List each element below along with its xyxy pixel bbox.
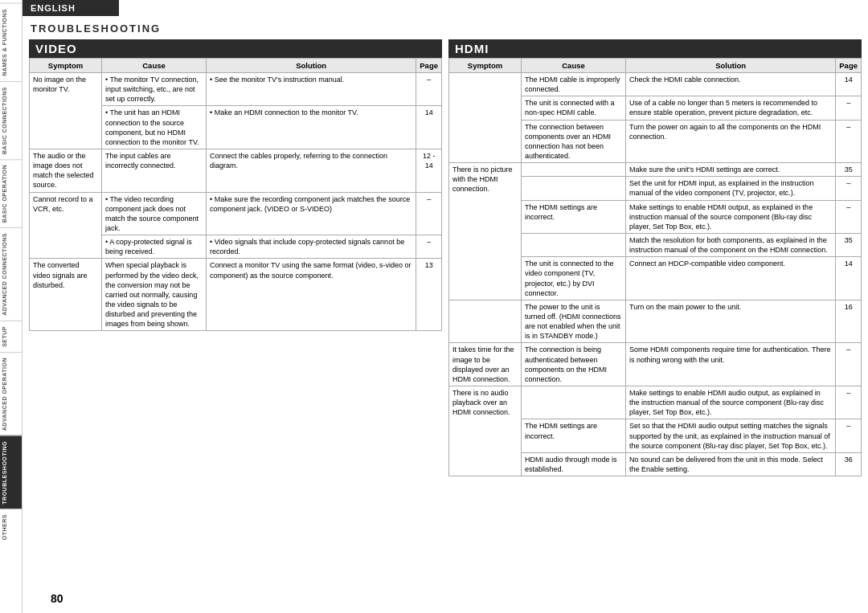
hdmi-cause-4 — [522, 163, 626, 177]
hdmi-solution-audio3: No sound can be delivered from the unit … — [626, 452, 836, 476]
video-cause-2: The input cables are incorrectly connect… — [102, 149, 207, 192]
hdmi-cause-time: The connection is being authenticated be… — [522, 343, 626, 386]
table-row: Cannot record to a VCR, etc. The video r… — [30, 192, 442, 235]
video-solution-3b: Video signals that include copy-protecte… — [207, 235, 416, 259]
hdmi-cause-5 — [522, 177, 626, 200]
hdmi-solution-2: Use of a cable no longer than 5 meters i… — [626, 96, 836, 120]
hdmi-header-solution: Solution — [626, 59, 836, 73]
hdmi-page-7: 35 — [836, 233, 862, 256]
hdmi-page-standby: 16 — [836, 300, 862, 343]
hdmi-symptom-time: It takes time for the image to be displa… — [449, 343, 522, 386]
video-page-1b: 14 — [416, 106, 442, 149]
hdmi-cause-6: The HDMI settings are incorrect. — [522, 200, 626, 233]
video-cause-1a: The monitor TV connection, input switchi… — [102, 73, 207, 106]
hdmi-solution-6: Make settings to enable HDMI output, as … — [626, 200, 836, 233]
hdmi-cause-audio3: HDMI audio through mode is established. — [522, 452, 626, 476]
hdmi-solution-audio1: Make settings to enable HDMI audio outpu… — [626, 386, 836, 419]
hdmi-solution-5: Set the unit for HDMI input, as explaine… — [626, 177, 836, 200]
video-section: VIDEO Symptom Cause Solution Page No — [29, 35, 442, 613]
sidebar: NAMES & FUNCTIONS BASIC CONNECTIONS BASI… — [0, 0, 23, 613]
hdmi-cause-standby: The power to the unit is turned off. (HD… — [522, 300, 626, 343]
hdmi-solution-1: Check the HDMI cable connection. — [626, 73, 836, 96]
main-content: ENGLISH TROUBLESHOOTING VIDEO Symptom Ca… — [23, 0, 868, 613]
hdmi-page-8: 14 — [836, 257, 862, 300]
hdmi-cause-audio1 — [522, 386, 626, 419]
hdmi-page-2: – — [836, 96, 862, 120]
hdmi-page-audio1: – — [836, 386, 862, 419]
video-table: Symptom Cause Solution Page No image on … — [29, 58, 442, 331]
sidebar-item-setup[interactable]: SETUP — [0, 321, 22, 352]
hdmi-section: HDMI Symptom Cause Solution Page — [448, 35, 862, 613]
video-cause-4: When special playback is performed by th… — [102, 259, 207, 331]
hdmi-cause-3: The connection between components over a… — [522, 120, 626, 163]
video-header-symptom: Symptom — [30, 59, 102, 73]
table-row: The converted video signals are disturbe… — [30, 259, 442, 331]
hdmi-page-1: 14 — [836, 73, 862, 96]
video-symptom-1: No image on the monitor TV. — [30, 73, 102, 149]
video-page-3a: – — [416, 192, 442, 235]
table-row: There is no audio playback over an HDMI … — [449, 386, 862, 419]
video-header-cause: Cause — [102, 59, 207, 73]
hdmi-solution-standby: Turn on the main power to the unit. — [626, 300, 836, 343]
table-row: It takes time for the image to be displa… — [449, 343, 862, 386]
video-solution-1a: See the monitor TV's instruction manual. — [207, 73, 416, 106]
hdmi-symptom-standby — [449, 300, 522, 343]
hdmi-header-symptom: Symptom — [449, 59, 522, 73]
video-page-2: 12 - 14 — [416, 149, 442, 192]
hdmi-header-page: Page — [836, 59, 862, 73]
sidebar-item-others[interactable]: OTHERS — [0, 509, 22, 545]
table-row: No image on the monitor TV. The monitor … — [30, 73, 442, 106]
table-row: The power to the unit is turned off. (HD… — [449, 300, 862, 343]
hdmi-solution-audio2: Set so that the HDMI audio output settin… — [626, 419, 836, 452]
hdmi-page-3: – — [836, 120, 862, 163]
video-page-1a: – — [416, 73, 442, 106]
video-cause-1b: The unit has an HDMI connection to the s… — [102, 106, 207, 149]
table-row: The audio or the image does not match th… — [30, 149, 442, 192]
video-cause-3a: The video recording component jack does … — [102, 192, 207, 235]
hdmi-cause-audio2: The HDMI settings are incorrect. — [522, 419, 626, 452]
hdmi-symptom-1 — [449, 73, 522, 163]
language-label: ENGLISH — [23, 0, 119, 16]
sidebar-item-advanced-connections[interactable]: ADVANCED CONNECTIONS — [0, 227, 22, 321]
sidebar-item-basic-connections[interactable]: BASIC CONNECTIONS — [0, 81, 22, 159]
video-solution-1b: Make an HDMI connection to the monitor T… — [207, 106, 416, 149]
hdmi-title: HDMI — [448, 39, 862, 58]
video-page-3b: – — [416, 235, 442, 259]
hdmi-solution-8: Connect an HDCP-compatible video compone… — [626, 257, 836, 300]
hdmi-table: Symptom Cause Solution Page The HDMI cab… — [448, 58, 862, 476]
troubleshooting-heading: TROUBLESHOOTING — [23, 16, 868, 35]
hdmi-cause-2: The unit is connected with a non-spec HD… — [522, 96, 626, 120]
hdmi-page-audio2: – — [836, 419, 862, 452]
hdmi-page-4: 35 — [836, 163, 862, 177]
video-symptom-4: The converted video signals are disturbe… — [30, 259, 102, 331]
hdmi-solution-3: Turn the power on again to all the compo… — [626, 120, 836, 163]
video-title: VIDEO — [29, 39, 442, 58]
hdmi-cause-8: The unit is connected to the video compo… — [522, 257, 626, 300]
hdmi-cause-7 — [522, 233, 626, 256]
sidebar-item-advanced-operation[interactable]: ADVANCED OPERATION — [0, 352, 22, 435]
hdmi-page-audio3: 36 — [836, 452, 862, 476]
hdmi-solution-time: Some HDMI components require time for au… — [626, 343, 836, 386]
hdmi-cause-1: The HDMI cable is improperly connected. — [522, 73, 626, 96]
sidebar-item-names-functions[interactable]: NAMES & FUNCTIONS — [0, 3, 22, 81]
hdmi-page-6: – — [836, 200, 862, 233]
video-symptom-2: The audio or the image does not match th… — [30, 149, 102, 192]
sidebar-item-troubleshooting[interactable]: TROUBLESHOOTING — [0, 435, 22, 509]
video-cause-3b: A copy-protected signal is being receive… — [102, 235, 207, 259]
hdmi-symptom-no-picture: There is no picture with the HDMI connec… — [449, 163, 522, 300]
hdmi-page-5: – — [836, 177, 862, 200]
hdmi-solution-4: Make sure the unit's HDMI settings are c… — [626, 163, 836, 177]
page-number: 80 — [51, 592, 63, 605]
table-row: There is no picture with the HDMI connec… — [449, 163, 862, 177]
hdmi-page-time: – — [836, 343, 862, 386]
hdmi-solution-7: Match the resolution for both components… — [626, 233, 836, 256]
video-page-4: 13 — [416, 259, 442, 331]
sidebar-item-basic-operation[interactable]: BASIC OPERATION — [0, 159, 22, 227]
hdmi-symptom-no-audio: There is no audio playback over an HDMI … — [449, 386, 522, 476]
tables-area: VIDEO Symptom Cause Solution Page No — [23, 35, 868, 613]
hdmi-header-cause: Cause — [522, 59, 626, 73]
video-header-page: Page — [416, 59, 442, 73]
video-header-solution: Solution — [207, 59, 416, 73]
table-row: The HDMI cable is improperly connected. … — [449, 73, 862, 96]
video-solution-2: Connect the cables properly, referring t… — [207, 149, 416, 192]
